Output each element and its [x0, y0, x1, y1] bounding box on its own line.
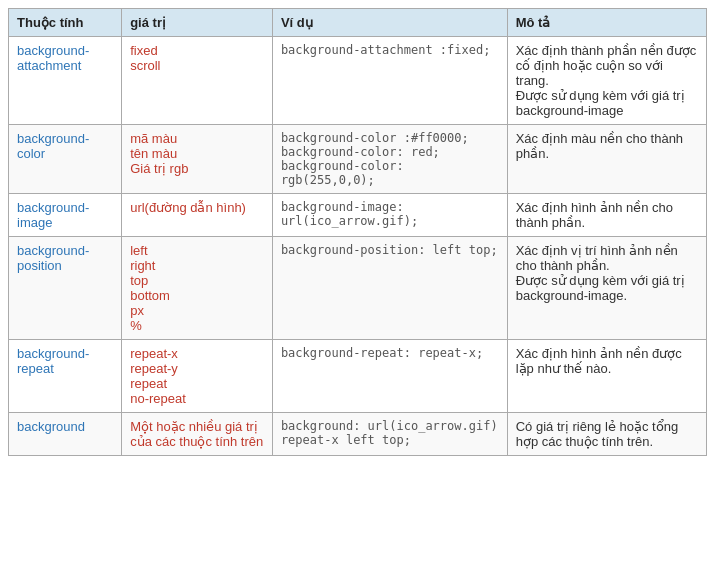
property-cell: background-image	[9, 194, 122, 237]
header-property: Thuộc tính	[9, 9, 122, 37]
value-cell: mã màutên màuGiá trị rgb	[122, 125, 273, 194]
example-cell: background-image: url(ico_arrow.gif);	[272, 194, 507, 237]
table-row: background-repeatrepeat-xrepeat-yrepeatn…	[9, 340, 707, 413]
table-row: backgroundMột hoặc nhiều giá trị của các…	[9, 413, 707, 456]
example-cell: background-repeat: repeat-x;	[272, 340, 507, 413]
table-row: background-colormã màutên màuGiá trị rgb…	[9, 125, 707, 194]
desc-cell: Xác định thành phần nền được cố định hoặ…	[507, 37, 706, 125]
value-cell: repeat-xrepeat-yrepeatno-repeat	[122, 340, 273, 413]
property-cell: background-attachment	[9, 37, 122, 125]
desc-cell: Xác định hình ảnh nền được lặp như thế n…	[507, 340, 706, 413]
header-value: giá trị	[122, 9, 273, 37]
example-cell: background-position: left top;	[272, 237, 507, 340]
desc-cell: Có giá trị riêng lẻ hoặc tổng hợp các th…	[507, 413, 706, 456]
desc-cell: Xác định vị trí hình ảnh nền cho thành p…	[507, 237, 706, 340]
value-cell: url(đường dẫn hình)	[122, 194, 273, 237]
table-row: background-imageurl(đường dẫn hình)backg…	[9, 194, 707, 237]
header-description: Mô tả	[507, 9, 706, 37]
property-cell: background-color	[9, 125, 122, 194]
value-cell: fixedscroll	[122, 37, 273, 125]
desc-cell: Xác định màu nền cho thành phần.	[507, 125, 706, 194]
desc-cell: Xác định hình ảnh nền cho thành phần.	[507, 194, 706, 237]
property-cell: background-repeat	[9, 340, 122, 413]
value-cell: leftrighttopbottompx%	[122, 237, 273, 340]
example-cell: background-color :#ff0000;background-col…	[272, 125, 507, 194]
css-properties-table: Thuộc tính giá trị Ví dụ Mô tả backgroun…	[8, 8, 707, 456]
example-cell: background-attachment :fixed;	[272, 37, 507, 125]
example-cell: background: url(ico_arrow.gif) repeat-x …	[272, 413, 507, 456]
value-cell: Một hoặc nhiều giá trị của các thuộc tín…	[122, 413, 273, 456]
header-example: Ví dụ	[272, 9, 507, 37]
property-cell: background-position	[9, 237, 122, 340]
property-cell: background	[9, 413, 122, 456]
table-row: background-attachmentfixedscrollbackgrou…	[9, 37, 707, 125]
table-row: background-positionleftrighttopbottompx%…	[9, 237, 707, 340]
